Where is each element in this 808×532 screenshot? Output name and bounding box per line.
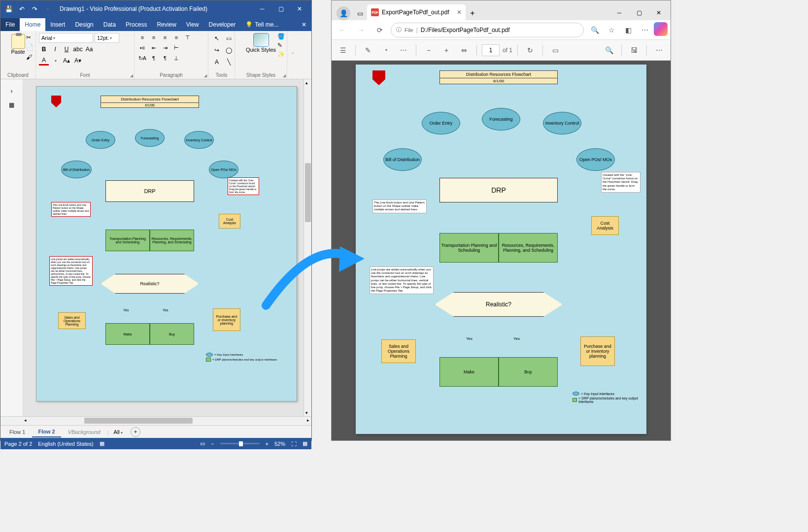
close-button[interactable]: ✕: [291, 2, 308, 15]
cut-icon[interactable]: ✂: [26, 34, 34, 41]
font-name-combo[interactable]: Arial: [39, 33, 93, 43]
paragraph-group-launcher-icon[interactable]: ◢: [204, 73, 207, 78]
tab-file[interactable]: File: [0, 18, 20, 31]
bold-button[interactable]: B: [39, 44, 49, 54]
connector-tool-button[interactable]: ↪: [211, 45, 222, 56]
pdf-zoom-out-button[interactable]: −: [421, 43, 436, 58]
status-language[interactable]: English (United States): [38, 441, 94, 447]
refresh-button[interactable]: ⟳: [372, 22, 388, 38]
page-tab-vbackground[interactable]: VBackground: [62, 427, 106, 437]
new-tab-button[interactable]: +: [466, 6, 479, 20]
scroll-left-icon[interactable]: ◂: [24, 418, 27, 423]
ellipse-tool-button[interactable]: ◯: [223, 45, 234, 56]
ribbon-mdi-close-icon[interactable]: ✕: [297, 18, 311, 31]
node-realistic[interactable]: Realistic?: [101, 274, 199, 294]
align-vtop-button[interactable]: ⊤: [183, 33, 193, 42]
profile-button[interactable]: 👤: [337, 6, 350, 20]
scroll-down-icon[interactable]: ▾: [305, 410, 308, 415]
font-size-combo[interactable]: 12pt.: [95, 33, 119, 43]
format-painter-icon[interactable]: 🖌: [26, 54, 34, 61]
split-screen-icon[interactable]: ◧: [620, 22, 636, 38]
more-tools-icon[interactable]: ⋯: [396, 43, 411, 58]
fit-page-icon[interactable]: ⛶: [291, 441, 297, 447]
styles-group-launcher-icon[interactable]: ◢: [283, 73, 286, 78]
undo-icon[interactable]: ↶: [16, 3, 27, 14]
pan-zoom-icon[interactable]: ▦: [303, 440, 307, 447]
align-right-button[interactable]: ≡: [160, 33, 170, 42]
redo-icon[interactable]: ↷: [29, 3, 40, 14]
page-view-icon[interactable]: ▭: [548, 43, 563, 58]
tab-close-icon[interactable]: ✕: [457, 9, 462, 16]
tell-me-search[interactable]: 💡Tell me...: [240, 18, 283, 31]
rectangle-tool-button[interactable]: ▭: [223, 33, 234, 44]
copy-icon[interactable]: 📄: [26, 44, 34, 51]
find-icon[interactable]: 🔍: [602, 43, 616, 58]
vscroll-thumb[interactable]: [305, 163, 311, 222]
zoom-in-button[interactable]: +: [266, 441, 269, 447]
tab-actions-icon[interactable]: ▭: [353, 6, 367, 20]
presentation-mode-icon[interactable]: ▭: [200, 440, 205, 447]
text-tool-button[interactable]: A: [211, 57, 222, 67]
page-tab-all[interactable]: All: [110, 427, 127, 437]
node-resources[interactable]: Resources, Requirements, Planning, and S…: [150, 230, 194, 251]
align-vbottom-button[interactable]: ⊥: [171, 54, 181, 63]
strikethrough-button[interactable]: abc: [73, 44, 83, 54]
horizontal-scrollbar[interactable]: ◂ ▸: [0, 416, 311, 425]
line-tool-button[interactable]: ╲: [223, 57, 234, 67]
save-pdf-icon[interactable]: 🖫: [627, 43, 641, 58]
shapes-expand-icon[interactable]: ›: [6, 85, 18, 97]
rotate-icon[interactable]: ↻: [523, 43, 538, 58]
underline-button[interactable]: U: [62, 44, 71, 54]
zoom-out-button[interactable]: −: [211, 441, 214, 447]
node-inventory-control[interactable]: Inventory Control: [184, 131, 214, 149]
bullets-button[interactable]: •≡: [137, 43, 147, 52]
font-group-launcher-icon[interactable]: ◢: [130, 73, 133, 78]
node-purchase-inv[interactable]: Purchase and or inventory planning: [213, 308, 240, 331]
align-vmiddle-button[interactable]: ⊢: [171, 43, 181, 52]
font-color-dropdown[interactable]: [50, 56, 60, 66]
zoom-slider-handle[interactable]: [239, 441, 243, 446]
text-highlight-button[interactable]: Aa: [84, 44, 94, 54]
page-tab-flow2[interactable]: Flow 2: [32, 427, 61, 437]
qat-customize-icon[interactable]: [42, 3, 53, 14]
browser-minimize-button[interactable]: ─: [609, 5, 629, 20]
add-page-button[interactable]: ＋: [131, 427, 140, 437]
tab-data[interactable]: Data: [99, 18, 121, 31]
fit-width-icon[interactable]: ⇔: [457, 43, 471, 58]
zoom-slider[interactable]: [220, 443, 260, 444]
stencil-icon[interactable]: ▦: [6, 99, 18, 111]
browser-tab[interactable]: PDF ExportPageToPdf_out.pdf ✕: [367, 4, 466, 20]
scroll-right-icon[interactable]: ▸: [307, 418, 309, 423]
favorite-button[interactable]: ☆: [604, 22, 619, 38]
back-button[interactable]: ←: [335, 22, 350, 38]
copilot-icon[interactable]: [654, 22, 668, 36]
zoom-level[interactable]: 52%: [274, 441, 285, 447]
decrease-indent-button[interactable]: ⇤: [149, 43, 159, 52]
save-icon[interactable]: 💾: [3, 3, 14, 14]
hscroll-thumb[interactable]: [84, 418, 193, 424]
minimize-button[interactable]: ─: [253, 2, 271, 15]
pdf-zoom-in-button[interactable]: +: [439, 43, 454, 58]
settings-menu-button[interactable]: ⋯: [637, 22, 653, 38]
contents-icon[interactable]: ☰: [336, 43, 350, 58]
shrink-font-button[interactable]: A▾: [73, 56, 83, 66]
font-color-button[interactable]: A: [39, 56, 49, 66]
zoom-indicator-icon[interactable]: 🔍: [587, 22, 603, 38]
line-color-button[interactable]: ✎: [277, 42, 285, 49]
macro-record-icon[interactable]: ▦: [100, 440, 104, 447]
tab-process[interactable]: Process: [121, 18, 152, 31]
tab-insert[interactable]: Insert: [45, 18, 70, 31]
tab-home[interactable]: Home: [20, 18, 45, 31]
node-open-pos[interactable]: Open POs/ MOs: [209, 161, 238, 178]
pdf-viewport[interactable]: Distribution Resources Flowchart 6/1/00 …: [332, 61, 671, 440]
align-left-button[interactable]: ≡: [137, 33, 147, 42]
increase-indent-button[interactable]: ⇥: [160, 43, 170, 52]
effects-button[interactable]: ✨: [277, 51, 285, 58]
browser-close-button[interactable]: ✕: [649, 5, 669, 20]
grow-font-button[interactable]: A▴: [62, 56, 71, 66]
scroll-up-icon[interactable]: ▴: [305, 80, 308, 85]
drawing-page[interactable]: Distribution Resources Flowchart 6/1/00 …: [36, 86, 297, 401]
node-drp[interactable]: DRP: [105, 180, 194, 202]
italic-button[interactable]: I: [50, 44, 60, 54]
draw-dropdown[interactable]: [378, 43, 393, 58]
